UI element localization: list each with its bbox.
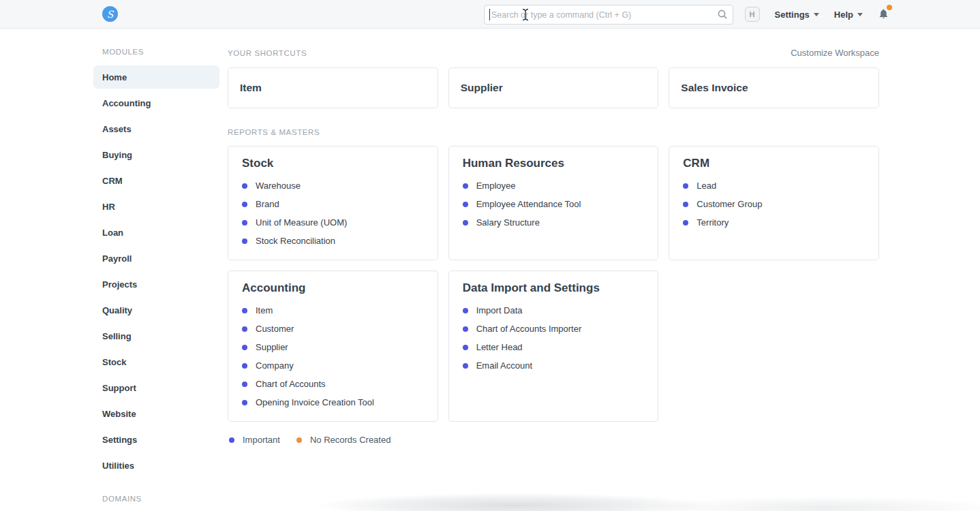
bullet-icon xyxy=(242,382,247,387)
reports-grid: Stock Warehouse Brand Unit of Measure (U… xyxy=(228,146,879,422)
link-label: Import Data xyxy=(476,305,523,315)
shortcut-label: Item xyxy=(240,82,262,94)
sidebar: Modules Home Accounting Assets Buying CR… xyxy=(93,29,219,511)
legend-no-records: No Records Created xyxy=(296,435,391,445)
shortcut-card-sales-invoice[interactable]: Sales Invoice xyxy=(669,67,879,108)
bullet-icon xyxy=(242,183,247,189)
link-brand[interactable]: Brand xyxy=(242,195,424,213)
link-import-data[interactable]: Import Data xyxy=(463,301,645,320)
link-label: Lead xyxy=(696,181,716,191)
link-territory[interactable]: Territory xyxy=(683,213,865,232)
link-label: Chart of Accounts xyxy=(256,379,326,389)
link-label: Opening Invoice Creation Tool xyxy=(256,397,374,407)
notification-badge xyxy=(887,5,892,10)
sidebar-item-website[interactable]: Website xyxy=(93,402,219,425)
bullet-icon xyxy=(242,363,247,369)
link-lead[interactable]: Lead xyxy=(683,176,865,195)
link-customer[interactable]: Customer xyxy=(242,320,424,338)
bullet-icon xyxy=(463,183,468,189)
card-title: Accounting xyxy=(242,281,424,295)
bullet-icon xyxy=(463,220,468,226)
bullet-icon xyxy=(242,326,247,332)
link-letter-head[interactable]: Letter Head xyxy=(463,338,645,356)
sidebar-item-home[interactable]: Home xyxy=(93,65,219,89)
sidebar-item-selling[interactable]: Selling xyxy=(93,324,219,347)
link-label: Item xyxy=(256,305,273,315)
card-title: Human Resources xyxy=(463,157,645,170)
bullet-icon xyxy=(242,308,247,313)
workspace-content: Your Shortcuts Customize Workspace Item … xyxy=(228,29,879,445)
link-salary-structure[interactable]: Salary Structure xyxy=(463,213,645,232)
bullet-icon xyxy=(242,400,247,405)
legend: Important No Records Created xyxy=(228,435,879,445)
sidebar-item-utilities[interactable]: Utilities xyxy=(93,454,219,477)
sidebar-item-settings[interactable]: Settings xyxy=(93,428,219,451)
sidebar-item-payroll[interactable]: Payroll xyxy=(93,247,219,270)
link-label: Unit of Measure (UOM) xyxy=(256,217,347,228)
link-warehouse[interactable]: Warehouse xyxy=(242,176,424,195)
search-input[interactable] xyxy=(484,5,733,25)
sidebar-item-assets[interactable]: Assets xyxy=(93,117,219,140)
link-label: Stock Reconciliation xyxy=(256,236,335,246)
settings-label: Settings xyxy=(775,10,810,20)
settings-menu[interactable]: Settings xyxy=(775,10,819,20)
link-supplier[interactable]: Supplier xyxy=(242,338,424,356)
link-company[interactable]: Company xyxy=(242,356,424,375)
top-navbar: S H Settings Help xyxy=(0,0,980,29)
domains-section-label: Domains xyxy=(93,495,219,503)
link-employee[interactable]: Employee xyxy=(463,176,645,195)
sidebar-item-buying[interactable]: Buying xyxy=(93,143,219,166)
link-label: Customer Group xyxy=(696,199,762,209)
sidebar-item-accounting[interactable]: Accounting xyxy=(93,91,219,114)
link-label: Employee xyxy=(476,181,516,191)
link-label: Email Account xyxy=(476,360,532,371)
user-avatar[interactable]: H xyxy=(745,7,760,22)
shortcut-card-item[interactable]: Item xyxy=(228,67,438,108)
card-accounting: Accounting Item Customer Supplier Compan… xyxy=(228,270,438,422)
link-employee-attendance-tool[interactable]: Employee Attendance Tool xyxy=(463,195,645,213)
link-chart-of-accounts[interactable]: Chart of Accounts xyxy=(242,375,424,393)
legend-important: Important xyxy=(229,435,280,445)
link-label: Warehouse xyxy=(256,181,301,191)
bullet-icon xyxy=(463,202,468,207)
link-stock-reconciliation[interactable]: Stock Reconciliation xyxy=(242,232,424,250)
app-logo[interactable]: S xyxy=(102,6,118,22)
shortcut-card-supplier[interactable]: Supplier xyxy=(448,67,659,108)
shortcut-label: Supplier xyxy=(461,82,503,94)
link-email-account[interactable]: Email Account xyxy=(463,356,645,375)
help-menu[interactable]: Help xyxy=(834,10,863,20)
bullet-icon xyxy=(463,363,468,369)
sidebar-item-projects[interactable]: Projects xyxy=(93,273,219,296)
sidebar-item-quality[interactable]: Quality xyxy=(93,298,219,322)
notifications-button[interactable] xyxy=(878,7,890,21)
bullet-icon xyxy=(683,220,688,226)
link-label: Employee Attendance Tool xyxy=(476,199,581,209)
link-label: Chart of Accounts Importer xyxy=(476,324,582,334)
bullet-icon xyxy=(683,202,688,207)
link-customer-group[interactable]: Customer Group xyxy=(683,195,865,213)
shortcut-label: Sales Invoice xyxy=(681,82,748,94)
shortcuts-grid: Item Supplier Sales Invoice xyxy=(228,67,879,108)
link-chart-of-accounts-importer[interactable]: Chart of Accounts Importer xyxy=(463,320,645,338)
bullet-icon xyxy=(242,238,247,244)
chevron-down-icon xyxy=(814,13,819,16)
sidebar-item-stock[interactable]: Stock xyxy=(93,350,219,373)
bullet-icon xyxy=(242,202,247,207)
sidebar-item-hr[interactable]: HR xyxy=(93,195,219,218)
global-search xyxy=(484,5,733,25)
link-label: Supplier xyxy=(256,342,288,352)
link-item[interactable]: Item xyxy=(242,301,424,320)
sidebar-item-support[interactable]: Support xyxy=(93,376,219,399)
card-human-resources: Human Resources Employee Employee Attend… xyxy=(448,146,659,260)
customize-workspace-link[interactable]: Customize Workspace xyxy=(791,48,879,58)
card-title: Data Import and Settings xyxy=(463,281,645,295)
link-opening-invoice-creation-tool[interactable]: Opening Invoice Creation Tool xyxy=(242,393,424,412)
sidebar-item-crm[interactable]: CRM xyxy=(93,169,219,192)
reports-section-label: Reports & Masters xyxy=(228,128,879,136)
no-records-dot-icon xyxy=(296,437,302,443)
shortcuts-section-label: Your Shortcuts xyxy=(228,49,307,57)
card-title: CRM xyxy=(683,157,865,170)
link-uom[interactable]: Unit of Measure (UOM) xyxy=(242,213,424,232)
search-icon[interactable] xyxy=(717,9,728,20)
sidebar-item-loan[interactable]: Loan xyxy=(93,221,219,244)
